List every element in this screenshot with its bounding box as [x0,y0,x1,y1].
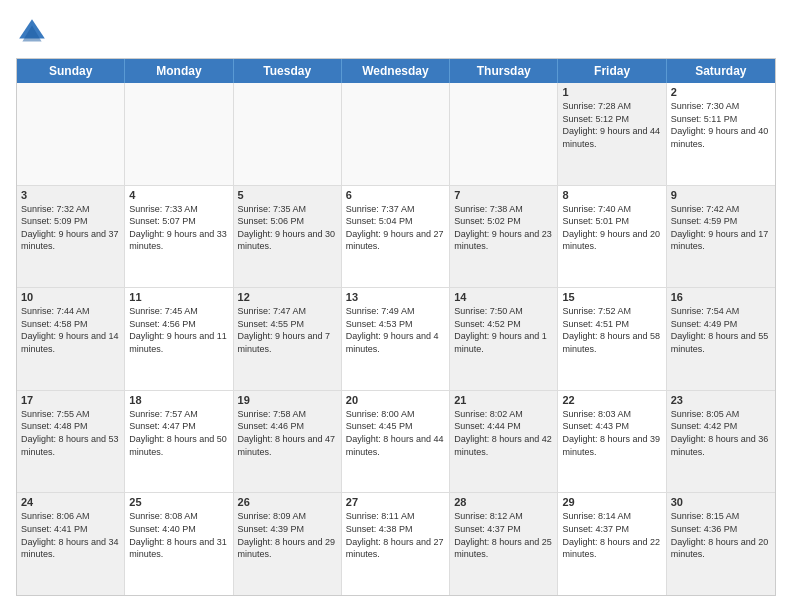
day-info: Sunrise: 7:40 AM Sunset: 5:01 PM Dayligh… [562,203,661,253]
day-info: Sunrise: 8:09 AM Sunset: 4:39 PM Dayligh… [238,510,337,560]
calendar-cell-empty-3 [342,83,450,185]
calendar-cell-12: 12Sunrise: 7:47 AM Sunset: 4:55 PM Dayli… [234,288,342,390]
calendar-cell-8: 8Sunrise: 7:40 AM Sunset: 5:01 PM Daylig… [558,186,666,288]
calendar-cell-7: 7Sunrise: 7:38 AM Sunset: 5:02 PM Daylig… [450,186,558,288]
calendar-row-1: 3Sunrise: 7:32 AM Sunset: 5:09 PM Daylig… [17,186,775,289]
day-info: Sunrise: 7:38 AM Sunset: 5:02 PM Dayligh… [454,203,553,253]
calendar-row-3: 17Sunrise: 7:55 AM Sunset: 4:48 PM Dayli… [17,391,775,494]
calendar-row-4: 24Sunrise: 8:06 AM Sunset: 4:41 PM Dayli… [17,493,775,595]
day-number: 11 [129,291,228,303]
calendar-cell-19: 19Sunrise: 7:58 AM Sunset: 4:46 PM Dayli… [234,391,342,493]
calendar-cell-22: 22Sunrise: 8:03 AM Sunset: 4:43 PM Dayli… [558,391,666,493]
calendar-cell-21: 21Sunrise: 8:02 AM Sunset: 4:44 PM Dayli… [450,391,558,493]
day-info: Sunrise: 8:12 AM Sunset: 4:37 PM Dayligh… [454,510,553,560]
day-info: Sunrise: 8:06 AM Sunset: 4:41 PM Dayligh… [21,510,120,560]
day-info: Sunrise: 8:08 AM Sunset: 4:40 PM Dayligh… [129,510,228,560]
day-number: 30 [671,496,771,508]
day-number: 29 [562,496,661,508]
day-number: 1 [562,86,661,98]
day-number: 20 [346,394,445,406]
day-info: Sunrise: 7:32 AM Sunset: 5:09 PM Dayligh… [21,203,120,253]
calendar-row-2: 10Sunrise: 7:44 AM Sunset: 4:58 PM Dayli… [17,288,775,391]
calendar-cell-empty-2 [234,83,342,185]
calendar-cell-20: 20Sunrise: 8:00 AM Sunset: 4:45 PM Dayli… [342,391,450,493]
logo [16,16,52,48]
calendar-cell-25: 25Sunrise: 8:08 AM Sunset: 4:40 PM Dayli… [125,493,233,595]
day-info: Sunrise: 7:35 AM Sunset: 5:06 PM Dayligh… [238,203,337,253]
calendar-cell-3: 3Sunrise: 7:32 AM Sunset: 5:09 PM Daylig… [17,186,125,288]
day-number: 17 [21,394,120,406]
day-number: 6 [346,189,445,201]
day-info: Sunrise: 8:14 AM Sunset: 4:37 PM Dayligh… [562,510,661,560]
logo-icon [16,16,48,48]
day-number: 28 [454,496,553,508]
day-number: 27 [346,496,445,508]
day-info: Sunrise: 7:45 AM Sunset: 4:56 PM Dayligh… [129,305,228,355]
day-info: Sunrise: 7:50 AM Sunset: 4:52 PM Dayligh… [454,305,553,355]
day-number: 24 [21,496,120,508]
calendar-body: 1Sunrise: 7:28 AM Sunset: 5:12 PM Daylig… [17,83,775,595]
day-info: Sunrise: 7:58 AM Sunset: 4:46 PM Dayligh… [238,408,337,458]
day-info: Sunrise: 7:44 AM Sunset: 4:58 PM Dayligh… [21,305,120,355]
header-day-tuesday: Tuesday [234,59,342,83]
header-day-wednesday: Wednesday [342,59,450,83]
day-info: Sunrise: 7:52 AM Sunset: 4:51 PM Dayligh… [562,305,661,355]
calendar-cell-15: 15Sunrise: 7:52 AM Sunset: 4:51 PM Dayli… [558,288,666,390]
calendar-cell-1: 1Sunrise: 7:28 AM Sunset: 5:12 PM Daylig… [558,83,666,185]
calendar-cell-30: 30Sunrise: 8:15 AM Sunset: 4:36 PM Dayli… [667,493,775,595]
day-info: Sunrise: 7:28 AM Sunset: 5:12 PM Dayligh… [562,100,661,150]
day-info: Sunrise: 7:33 AM Sunset: 5:07 PM Dayligh… [129,203,228,253]
header-day-friday: Friday [558,59,666,83]
day-number: 8 [562,189,661,201]
day-number: 13 [346,291,445,303]
calendar-cell-28: 28Sunrise: 8:12 AM Sunset: 4:37 PM Dayli… [450,493,558,595]
calendar-cell-10: 10Sunrise: 7:44 AM Sunset: 4:58 PM Dayli… [17,288,125,390]
calendar-cell-empty-1 [125,83,233,185]
day-info: Sunrise: 7:42 AM Sunset: 4:59 PM Dayligh… [671,203,771,253]
calendar-cell-4: 4Sunrise: 7:33 AM Sunset: 5:07 PM Daylig… [125,186,233,288]
day-number: 22 [562,394,661,406]
header-day-sunday: Sunday [17,59,125,83]
header-day-saturday: Saturday [667,59,775,83]
day-number: 26 [238,496,337,508]
calendar-cell-29: 29Sunrise: 8:14 AM Sunset: 4:37 PM Dayli… [558,493,666,595]
day-number: 7 [454,189,553,201]
calendar-cell-23: 23Sunrise: 8:05 AM Sunset: 4:42 PM Dayli… [667,391,775,493]
day-info: Sunrise: 8:02 AM Sunset: 4:44 PM Dayligh… [454,408,553,458]
calendar-cell-16: 16Sunrise: 7:54 AM Sunset: 4:49 PM Dayli… [667,288,775,390]
day-number: 21 [454,394,553,406]
page: SundayMondayTuesdayWednesdayThursdayFrid… [0,0,792,612]
day-info: Sunrise: 8:15 AM Sunset: 4:36 PM Dayligh… [671,510,771,560]
day-info: Sunrise: 8:11 AM Sunset: 4:38 PM Dayligh… [346,510,445,560]
day-info: Sunrise: 7:47 AM Sunset: 4:55 PM Dayligh… [238,305,337,355]
calendar-cell-9: 9Sunrise: 7:42 AM Sunset: 4:59 PM Daylig… [667,186,775,288]
calendar-header: SundayMondayTuesdayWednesdayThursdayFrid… [17,59,775,83]
calendar-cell-6: 6Sunrise: 7:37 AM Sunset: 5:04 PM Daylig… [342,186,450,288]
day-info: Sunrise: 8:05 AM Sunset: 4:42 PM Dayligh… [671,408,771,458]
calendar-cell-empty-0 [17,83,125,185]
calendar-cell-27: 27Sunrise: 8:11 AM Sunset: 4:38 PM Dayli… [342,493,450,595]
day-info: Sunrise: 7:37 AM Sunset: 5:04 PM Dayligh… [346,203,445,253]
calendar-cell-14: 14Sunrise: 7:50 AM Sunset: 4:52 PM Dayli… [450,288,558,390]
day-info: Sunrise: 7:55 AM Sunset: 4:48 PM Dayligh… [21,408,120,458]
calendar-cell-13: 13Sunrise: 7:49 AM Sunset: 4:53 PM Dayli… [342,288,450,390]
calendar-cell-empty-4 [450,83,558,185]
day-number: 12 [238,291,337,303]
day-number: 15 [562,291,661,303]
day-number: 16 [671,291,771,303]
calendar-cell-26: 26Sunrise: 8:09 AM Sunset: 4:39 PM Dayli… [234,493,342,595]
calendar: SundayMondayTuesdayWednesdayThursdayFrid… [16,58,776,596]
day-number: 23 [671,394,771,406]
calendar-cell-18: 18Sunrise: 7:57 AM Sunset: 4:47 PM Dayli… [125,391,233,493]
day-info: Sunrise: 7:57 AM Sunset: 4:47 PM Dayligh… [129,408,228,458]
calendar-cell-11: 11Sunrise: 7:45 AM Sunset: 4:56 PM Dayli… [125,288,233,390]
calendar-cell-24: 24Sunrise: 8:06 AM Sunset: 4:41 PM Dayli… [17,493,125,595]
header-day-thursday: Thursday [450,59,558,83]
day-info: Sunrise: 7:30 AM Sunset: 5:11 PM Dayligh… [671,100,771,150]
day-number: 3 [21,189,120,201]
day-info: Sunrise: 8:00 AM Sunset: 4:45 PM Dayligh… [346,408,445,458]
day-number: 10 [21,291,120,303]
day-number: 25 [129,496,228,508]
day-number: 9 [671,189,771,201]
day-number: 2 [671,86,771,98]
